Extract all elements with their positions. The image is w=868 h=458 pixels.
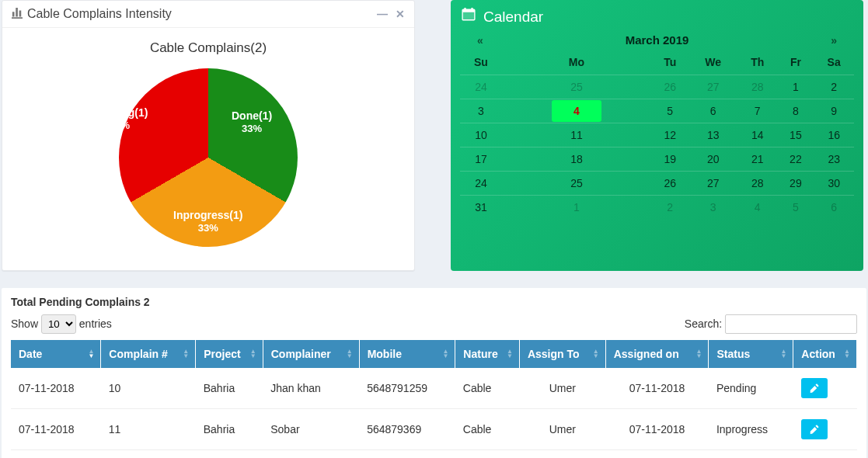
calendar-day[interactable]: 1 — [502, 196, 651, 220]
table-header[interactable]: Mobile▲▼ — [359, 340, 455, 368]
table-header[interactable]: Date▲▼ — [11, 340, 101, 368]
table-cell: 07-11-2018 — [605, 368, 709, 409]
calendar-day[interactable]: 28 — [737, 172, 778, 196]
table-cell: Sobar — [263, 409, 359, 450]
calendar-day[interactable]: 18 — [502, 147, 651, 172]
calendar-day[interactable]: 5 — [777, 196, 814, 220]
calendar-day[interactable]: 13 — [688, 123, 737, 147]
calendar-day[interactable]: 29 — [777, 172, 814, 196]
calendar-day[interactable]: 19 — [651, 147, 688, 172]
calendar-day[interactable]: 12 — [651, 123, 688, 147]
calendar-dow: We — [688, 50, 737, 75]
calendar-day[interactable]: 17 — [460, 147, 502, 172]
calendar-day[interactable]: 21 — [737, 147, 778, 172]
calendar-day[interactable]: 7 — [737, 99, 778, 123]
table-row: 07-11-201810BahriaJhan khan5648791259Cab… — [11, 368, 857, 409]
table-cell-action — [793, 409, 857, 450]
table-header[interactable]: Project▲▼ — [196, 340, 263, 368]
calendar-day[interactable]: 31 — [460, 196, 502, 220]
entries-per-page-select[interactable]: 10 — [41, 314, 76, 334]
calendar-icon — [462, 8, 476, 26]
calendar-day[interactable]: 14 — [737, 123, 778, 147]
table-cell: Bahria — [196, 368, 263, 409]
panel-close-icon[interactable]: ✕ — [396, 8, 405, 20]
calendar-grid: SuMoTuWeThFrSa 2425262728123456789101112… — [460, 50, 854, 219]
calendar-day[interactable]: 3 — [688, 196, 737, 220]
table-cell: Bahria — [196, 409, 263, 450]
calendar-next-button[interactable]: » — [831, 34, 837, 47]
chart-panel-title: Cable Complains Intensity — [27, 7, 377, 21]
bar-chart-icon — [12, 8, 23, 21]
table-length-control: Show 10 entries — [11, 314, 112, 334]
calendar-dow: Su — [460, 50, 502, 75]
calendar-day[interactable]: 2 — [814, 75, 854, 99]
calendar-dow: Sa — [814, 50, 854, 75]
table-cell: Cable — [455, 368, 520, 409]
calendar-day[interactable]: 5 — [651, 99, 688, 123]
table-header[interactable]: Nature▲▼ — [455, 340, 520, 368]
pie-slice-done: Done(1)33% — [232, 109, 272, 136]
calendar-day[interactable]: 30 — [814, 172, 854, 196]
calendar-day[interactable]: 4 — [502, 99, 651, 123]
panel-minimize-icon[interactable]: — — [377, 8, 388, 20]
calendar-prev-button[interactable]: « — [477, 34, 483, 47]
calendar-day[interactable]: 22 — [777, 147, 814, 172]
search-label: Search: — [685, 317, 722, 330]
table-cell: Pending — [709, 368, 793, 409]
calendar-day[interactable]: 25 — [502, 172, 651, 196]
calendar-day[interactable]: 6 — [688, 99, 737, 123]
calendar-day[interactable]: 6 — [814, 196, 854, 220]
calendar-day[interactable]: 23 — [814, 147, 854, 172]
pie-chart: Done(1)33% Inprogress(1)33% Pending(1)33… — [18, 62, 399, 256]
calendar-day[interactable]: 3 — [460, 99, 502, 123]
search-input[interactable] — [725, 314, 857, 334]
calendar-day[interactable]: 16 — [814, 123, 854, 147]
table-header[interactable]: Complainer▲▼ — [263, 340, 359, 368]
table-header[interactable]: Status▲▼ — [709, 340, 793, 368]
edit-button[interactable] — [801, 378, 828, 398]
table-cell: 07-11-2018 — [11, 409, 101, 450]
pie-slice-inprogress: Inprogress(1)33% — [173, 208, 242, 235]
table-cell: 10 — [101, 368, 196, 409]
table-header[interactable]: Assign To▲▼ — [519, 340, 605, 368]
pie-chart-title: Cable Complains(2) — [12, 40, 405, 56]
table-row: 07-11-201811BahriaSobar564879369CableUme… — [11, 409, 857, 450]
calendar-day[interactable]: 20 — [688, 147, 737, 172]
calendar-day[interactable]: 2 — [651, 196, 688, 220]
calendar-day[interactable]: 26 — [651, 172, 688, 196]
calendar-title: Calendar — [483, 9, 543, 26]
table-cell: Umer — [519, 368, 605, 409]
calendar-month-title: March 2019 — [483, 33, 831, 47]
table-header[interactable]: Assigned on▲▼ — [605, 340, 709, 368]
calendar-day[interactable]: 28 — [737, 75, 778, 99]
calendar-day[interactable]: 25 — [502, 75, 651, 99]
calendar-dow: Mo — [502, 50, 651, 75]
calendar-day[interactable]: 9 — [814, 99, 854, 123]
calendar-day[interactable]: 15 — [777, 123, 814, 147]
calendar-dow: Th — [737, 50, 778, 75]
calendar-day[interactable]: 10 — [460, 123, 502, 147]
edit-button[interactable] — [801, 419, 828, 439]
calendar-day[interactable]: 24 — [460, 172, 502, 196]
calendar-day[interactable]: 27 — [688, 75, 737, 99]
table-header[interactable]: Complain #▲▼ — [101, 340, 196, 368]
table-cell: Cable — [455, 409, 520, 450]
calendar-day[interactable]: 27 — [688, 172, 737, 196]
table-cell: Inprogress — [709, 409, 793, 450]
chart-panel: Cable Complains Intensity — ✕ Cable Comp… — [2, 0, 415, 271]
calendar-day[interactable]: 26 — [651, 75, 688, 99]
table-cell: Umer — [519, 409, 605, 450]
calendar-day[interactable]: 24 — [460, 75, 502, 99]
calendar-day[interactable]: 11 — [502, 123, 651, 147]
chart-panel-header: Cable Complains Intensity — ✕ — [2, 1, 414, 28]
pie-slice-pending: Pending(1)33% — [92, 106, 148, 133]
calendar-day[interactable]: 8 — [777, 99, 814, 123]
calendar-day[interactable]: 4 — [737, 196, 778, 220]
calendar-dow: Fr — [777, 50, 814, 75]
calendar-panel: Calendar « March 2019 » SuMoTuWeThFrSa 2… — [451, 0, 863, 271]
complaints-table-section: Total Pending Complains 2 Show 10 entrie… — [2, 288, 866, 458]
calendar-day[interactable]: 1 — [777, 75, 814, 99]
complaints-table: Date▲▼Complain #▲▼Project▲▼Complainer▲▼M… — [11, 340, 857, 450]
table-cell: 07-11-2018 — [11, 368, 101, 409]
table-header[interactable]: Action▲▼ — [793, 340, 857, 368]
